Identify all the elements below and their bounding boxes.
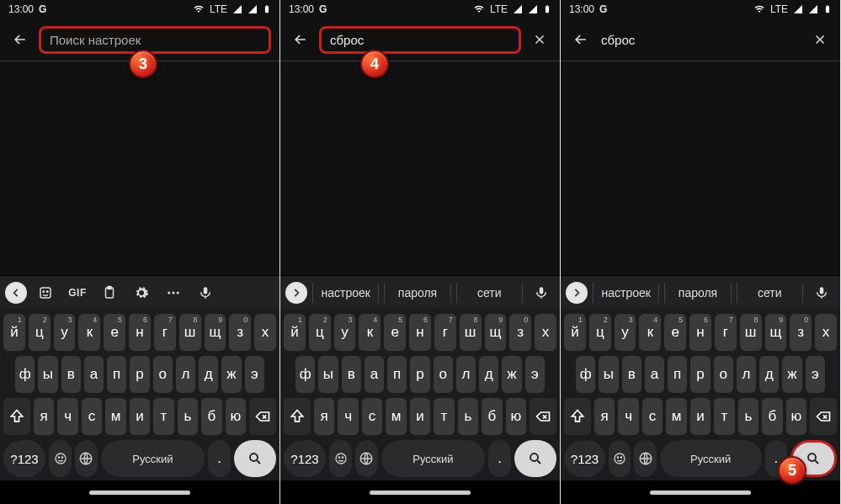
key-щ[interactable]: щ9: [485, 314, 507, 351]
key-б[interactable]: б: [201, 398, 221, 435]
clipboard-icon[interactable]: [96, 279, 123, 306]
key-к[interactable]: к4: [78, 314, 100, 351]
mic-icon[interactable]: [808, 279, 835, 306]
dots-icon[interactable]: [160, 279, 187, 306]
key-в[interactable]: в: [61, 356, 81, 393]
key-ц[interactable]: ц2: [309, 314, 331, 351]
key-з[interactable]: з0: [509, 314, 531, 351]
key-л[interactable]: л: [456, 356, 476, 393]
key-э[interactable]: э: [245, 356, 264, 393]
key-г[interactable]: г7: [434, 314, 456, 351]
mic-icon[interactable]: [528, 279, 555, 306]
key-ч[interactable]: ч: [338, 398, 358, 435]
key-с[interactable]: с: [642, 398, 663, 435]
key-у[interactable]: у3: [54, 314, 76, 351]
expand-toolbar-button[interactable]: [285, 282, 307, 304]
gear-icon[interactable]: [128, 279, 155, 306]
key-ж[interactable]: ж: [221, 356, 241, 393]
key-е[interactable]: е5: [384, 314, 406, 351]
gif-icon[interactable]: GIF: [64, 279, 91, 306]
nav-handle[interactable]: [89, 491, 190, 495]
key-п[interactable]: п: [107, 356, 126, 393]
search-input[interactable]: [328, 32, 512, 48]
key-ы[interactable]: ы: [318, 356, 338, 393]
emoji-key[interactable]: [49, 440, 72, 477]
language-key[interactable]: [75, 440, 98, 477]
key-т[interactable]: т: [714, 398, 734, 435]
key-ь[interactable]: ь: [178, 398, 198, 435]
key-з[interactable]: з0: [229, 314, 251, 351]
key-д[interactable]: д: [759, 356, 779, 393]
nav-handle[interactable]: [650, 491, 751, 495]
key-а[interactable]: а: [84, 356, 104, 393]
key-д[interactable]: д: [199, 356, 218, 393]
collapse-toolbar-button[interactable]: [5, 282, 27, 304]
key-а[interactable]: а: [645, 356, 664, 393]
key-э[interactable]: э: [525, 356, 545, 393]
period-key[interactable]: .: [208, 440, 231, 477]
key-в[interactable]: в: [622, 356, 641, 393]
key-с[interactable]: с: [362, 398, 382, 435]
key-м[interactable]: м: [666, 398, 686, 435]
suggestion-word[interactable]: настроек: [593, 283, 659, 303]
key-я[interactable]: я: [594, 398, 615, 435]
shift-key[interactable]: [3, 398, 30, 435]
key-м[interactable]: м: [386, 398, 406, 435]
key-о[interactable]: о: [153, 356, 173, 393]
key-ф[interactable]: ф: [576, 356, 595, 393]
symbols-key[interactable]: ?123: [284, 440, 326, 477]
key-е[interactable]: е5: [664, 314, 686, 351]
key-н[interactable]: н6: [409, 314, 431, 351]
key-п[interactable]: п: [387, 356, 407, 393]
key-р[interactable]: р: [130, 356, 149, 393]
suggestion-word[interactable]: пароля: [664, 283, 731, 303]
key-ш[interactable]: ш8: [460, 314, 482, 351]
key-ч[interactable]: ч: [57, 398, 77, 435]
symbols-key[interactable]: ?123: [564, 440, 605, 477]
period-key[interactable]: .: [488, 440, 511, 477]
suggestion-word[interactable]: сети: [456, 283, 523, 303]
key-ы[interactable]: ы: [38, 356, 57, 393]
key-м[interactable]: м: [105, 398, 125, 435]
key-о[interactable]: о: [434, 356, 453, 393]
key-х[interactable]: х: [815, 314, 837, 351]
search-input[interactable]: [599, 32, 801, 48]
key-ш[interactable]: ш8: [740, 314, 762, 351]
key-к[interactable]: к4: [359, 314, 381, 351]
clear-button[interactable]: [808, 28, 832, 51]
symbols-key[interactable]: ?123: [3, 440, 45, 477]
key-ш[interactable]: ш8: [179, 314, 201, 351]
key-ц[interactable]: ц2: [29, 314, 51, 351]
search-enter-key[interactable]: [514, 440, 556, 477]
key-ы[interactable]: ы: [599, 356, 618, 393]
key-с[interactable]: с: [82, 398, 102, 435]
key-э[interactable]: э: [806, 356, 825, 393]
search-box[interactable]: [39, 26, 271, 54]
key-е[interactable]: е5: [104, 314, 125, 351]
key-п[interactable]: п: [668, 356, 687, 393]
key-в[interactable]: в: [342, 356, 361, 393]
key-з[interactable]: з0: [790, 314, 812, 351]
key-г[interactable]: г7: [154, 314, 176, 351]
key-ю[interactable]: ю: [226, 398, 246, 435]
language-key[interactable]: [634, 440, 656, 477]
key-й[interactable]: й1: [284, 314, 306, 351]
language-key[interactable]: [355, 440, 378, 477]
space-key[interactable]: Русский: [660, 440, 762, 477]
key-я[interactable]: я: [314, 398, 334, 435]
key-л[interactable]: л: [737, 356, 756, 393]
back-button[interactable]: [289, 28, 312, 51]
key-к[interactable]: к4: [639, 314, 661, 351]
key-б[interactable]: б: [482, 398, 502, 435]
shift-key[interactable]: [284, 398, 311, 435]
key-у[interactable]: у3: [334, 314, 356, 351]
space-key[interactable]: Русский: [381, 440, 485, 477]
key-ь[interactable]: ь: [738, 398, 758, 435]
mic-icon[interactable]: [192, 279, 219, 306]
key-д[interactable]: д: [479, 356, 498, 393]
suggestion-word[interactable]: пароля: [384, 283, 450, 303]
key-ч[interactable]: ч: [618, 398, 638, 435]
key-ю[interactable]: ю: [506, 398, 526, 435]
suggestion-word[interactable]: настроек: [312, 283, 379, 303]
key-г[interactable]: г7: [715, 314, 737, 351]
